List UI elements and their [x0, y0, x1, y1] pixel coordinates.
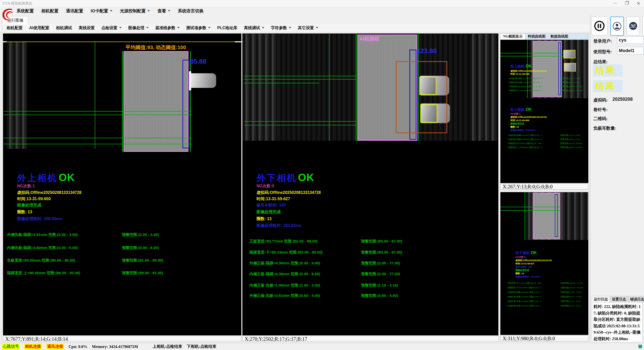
model-label: 使用型号:: [593, 49, 612, 55]
tab-error-log[interactable]: 错误日志: [628, 296, 644, 303]
measure-value-label: 123.80: [417, 47, 437, 55]
tool-char-params[interactable]: 字符参数: [271, 25, 291, 31]
pause-button[interactable]: [591, 17, 607, 35]
camera-name-label: 外上相机: [510, 108, 525, 112]
tool-plc-address-lib[interactable]: PLC地址库: [217, 25, 237, 31]
menu-language-switch[interactable]: 系统语言切换: [178, 8, 204, 14]
mini-green-line: [500, 53, 563, 53]
tab-material-curve[interactable]: 料线曲线图: [525, 34, 548, 40]
tab-run-log[interactable]: 运行日志: [592, 296, 610, 303]
roi-orange-box: [396, 61, 447, 133]
menu-system-config[interactable]: 系统配置: [17, 8, 34, 14]
run-log-text[interactable]: 耗时: 222, 缺陷检测耗时: 17, 缺陷分类耗时: 0, 缺陷提取分区耗时…: [592, 302, 643, 342]
tab-setting-log[interactable]: 设置日志: [610, 296, 628, 303]
measurement-warn: 预警范围:(89.00 - 91.00): [122, 271, 163, 275]
measure-green-line: [4, 138, 191, 138]
ai-elapsed-label: 极耳AI耗时: 165: [256, 203, 286, 208]
tool-baseline-params[interactable]: 基准线参数: [155, 25, 180, 31]
tool-image-processing[interactable]: 图像处理: [128, 25, 149, 31]
secondary-toolbar: 相机配置 AI使用配置 相机调试 离线设置 点检设置 图像处理 基准线参数 测试…: [0, 24, 644, 32]
user-manage-button[interactable]: [627, 17, 640, 35]
measurement-row: 内侧负极-隔膜=4.60mm 范围:(3.00 - 6.00): [7, 246, 78, 250]
mini-measure: 隔膜宽度-上=90.56mm 范围:(88.00 - 92.00): [509, 89, 543, 92]
camera-result-label: OK: [526, 64, 532, 68]
tool-ai-usage-config[interactable]: AI使用配置: [29, 25, 49, 31]
mini-green-line: [500, 210, 561, 211]
film-edge-line: [122, 51, 123, 152]
image-texture: [469, 34, 498, 141]
mini-measure: 预警范围:(81.00 - 85.00): [560, 85, 582, 88]
window-title: CYS-视觉检测系统: [3, 1, 32, 6]
tool-offline-settings[interactable]: 离线设置: [79, 25, 95, 31]
total-result-label: 总结果:: [593, 59, 608, 65]
mini-film-region: [533, 41, 562, 97]
upper-cam-check-status: 上相机:点检结束: [153, 344, 182, 349]
tool-test-item-params[interactable]: 测试项参数: [186, 25, 211, 31]
restore-button[interactable]: [621, 0, 632, 7]
menu-view[interactable]: 查看: [157, 8, 170, 14]
tab-data-curve[interactable]: 数据曲线图: [548, 34, 571, 40]
mini-measure: 正极宽度=83.77mm 范围:(82.00 - 88.00): [507, 282, 541, 285]
ng-snapshot-lower[interactable]: 外下相机 OK NG次数:0 虚拟码:Offline20250208133134…: [500, 192, 588, 335]
ng-snapshot-upper[interactable]: 外上相机 OK 虚拟码:Offline20250208133134728 时间:…: [500, 40, 588, 183]
mini-measure: 预警范围:(1.10 - 2.10): [561, 300, 581, 303]
mini-measure: 预警范围:(83.00 - 87.00): [561, 282, 583, 285]
virtual-code-label: 虚拟码:Offline20250208133134728: [17, 190, 81, 195]
pause-icon: [594, 20, 605, 32]
upper-camera-view[interactable]: 平均阈值:93, 动态阈值:100 85.88 外上相机 OK NG次数:1 虚…: [3, 33, 241, 335]
mini-measure: 负极宽度=83.05mm 范围:(80.00 - 86.00): [509, 85, 543, 88]
process-elapsed-label: 图像处理耗时: 258.00ms: [17, 216, 62, 222]
model-input[interactable]: Model1: [617, 47, 644, 54]
lower-camera-status-block: 外下相机 OK: [256, 171, 314, 184]
result-text-upper: 结果: [595, 65, 616, 76]
measurement-warn: 预警范围:(81.00 - 85.00): [122, 258, 163, 263]
mini-measure: 内侧负极-隔膜=4.60mm 范围:(3.00 - 6.00): [508, 138, 542, 141]
image-texture: [7, 42, 27, 149]
mini-measure: 预警范围:(89.00 - 91.00): [560, 89, 582, 92]
users-group-icon: [628, 21, 638, 31]
mini-status-title: 外上相机 OK: [510, 107, 532, 112]
mini-measure: 预警范围:(0.00 - 8.00): [560, 81, 580, 84]
tool-camera-debug[interactable]: 相机调试: [56, 25, 72, 31]
mini-measure: 内侧负极-隔膜=4.60mm 范围:(3.00 - 6.00): [509, 81, 543, 84]
measure-green-line: [4, 115, 191, 115]
lower-camera-view[interactable]: AI检测框 123.80 外下相机 OK NG次数:0 虚拟码:Offline2…: [242, 33, 498, 335]
ng-snapshot-upper-coords: X:267;Y:13;R:0;G:0;B:0: [500, 184, 588, 190]
electrode-tab-blob: [190, 73, 216, 88]
separator-film-region: [123, 51, 188, 152]
camera-result-label: OK: [526, 107, 532, 112]
measurement-row: 外侧正极-隔膜=4.38mm 范围:(0.00 - 9.00): [249, 261, 320, 266]
tool-other-settings[interactable]: 其它设置: [298, 25, 318, 31]
close-button[interactable]: [632, 0, 644, 7]
minimize-button[interactable]: [609, 0, 621, 7]
ng-tab-strip: NG截图显示 料线曲线图 数据曲线图: [500, 33, 588, 40]
measurement-row: 外侧负极-隔膜=2.91mm 范围:(2.00 - 3.50): [7, 232, 78, 237]
mini-loop-label: 圈数: 13: [516, 272, 524, 275]
menu-comm-config[interactable]: 通讯配置: [66, 8, 83, 14]
mini-blue-box: [555, 194, 558, 237]
mini-measure: 外侧正极-负极=2.61mm 范围:(0.60 - 4.00): [507, 304, 541, 307]
measurement-warn: 预警范围:(83.00 - 87.00): [361, 239, 402, 244]
qr-label: 二维码:: [593, 116, 608, 122]
virtual-code-label: 虚拟码:Offline20250208133134728: [256, 190, 321, 195]
status-bar: 心跳信号 相机连接 通讯连接 Cpu: 0.0% Memory: 3424.41…: [0, 343, 644, 350]
menu-camera-config[interactable]: 相机配置: [41, 8, 58, 14]
measurement-row: 外侧正极-负极=2.61mm 范围:(0.60 - 4.00): [249, 293, 320, 298]
line-end-mark: [3, 41, 7, 42]
mini-measure: 隔膜宽度-下=95.24mm 范围:(93.00 - 98.00): [507, 286, 541, 289]
login-user-input[interactable]: cys: [617, 36, 644, 44]
menu-light-control-config[interactable]: 光源控制配置: [120, 8, 150, 14]
measure-green-line: [244, 83, 319, 83]
reference-green-line: [95, 42, 95, 149]
camera-name-label: 外上相机: [510, 64, 525, 68]
logout-button[interactable]: [642, 17, 644, 35]
tool-spot-check-settings[interactable]: 点检设置: [101, 25, 122, 31]
tab-ng-screenshot[interactable]: NG截图显示: [501, 34, 525, 40]
user-login-button[interactable]: [610, 17, 624, 36]
menu-io-card-config[interactable]: IO卡配置: [91, 8, 112, 14]
tool-camera-config[interactable]: 相机配置: [7, 25, 23, 31]
mini-measure: 预警范围:(2.20 - 3.20): [560, 134, 580, 137]
login-user-label: 登录用户:: [593, 38, 612, 44]
tool-offline-debug[interactable]: 离线调试: [244, 25, 264, 31]
mini-elapsed-label: 图像处理耗时: 183.00ms: [516, 275, 541, 278]
